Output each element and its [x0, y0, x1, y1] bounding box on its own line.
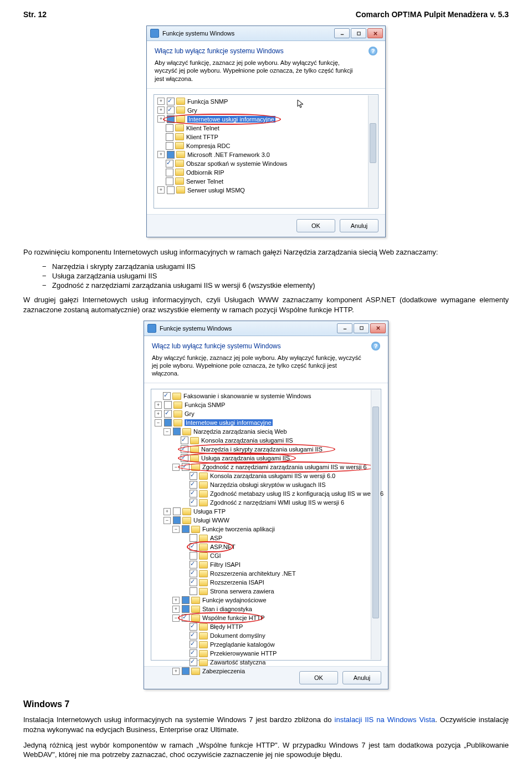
tree-item[interactable]: Narzędzia i skrypty zarządzania usługami… — [152, 445, 380, 454]
checkbox[interactable] — [190, 552, 197, 560]
checkbox[interactable] — [173, 428, 181, 435]
expand-toggle[interactable] — [172, 446, 178, 453]
titlebar[interactable]: Funkcje systemu Windows — [144, 321, 388, 336]
expand-toggle[interactable]: + — [172, 606, 180, 613]
checkbox[interactable] — [164, 419, 172, 426]
checkbox[interactable] — [190, 578, 197, 586]
expand-toggle[interactable] — [155, 393, 161, 399]
tree-item[interactable]: +Funkcja SNMP — [155, 97, 377, 106]
feature-tree[interactable]: +Funkcja SNMP+Gry+Internetowe usługi inf… — [154, 94, 378, 209]
checkbox[interactable] — [190, 649, 197, 657]
expand-toggle[interactable]: + — [172, 597, 180, 604]
checkbox[interactable] — [182, 614, 190, 622]
expand-toggle[interactable] — [172, 438, 178, 444]
checkbox[interactable] — [190, 472, 197, 480]
checkbox[interactable] — [190, 481, 197, 489]
expand-toggle[interactable]: + — [155, 410, 162, 418]
checkbox[interactable] — [181, 445, 188, 453]
tree-item[interactable]: Serwer Telnet — [155, 177, 377, 186]
tree-item[interactable]: +Gry — [152, 409, 380, 418]
expand-toggle[interactable] — [181, 562, 187, 568]
tree-item[interactable]: Konsola zarządzania usługami IIS — [152, 436, 380, 445]
expand-toggle[interactable] — [181, 491, 187, 497]
checkbox[interactable] — [190, 641, 197, 648]
tree-item[interactable]: +Funkcje wydajnościowe — [152, 596, 380, 605]
tree-item[interactable]: Usługa zarządzania usługami IIS — [152, 454, 380, 463]
checkbox[interactable] — [182, 463, 190, 471]
tree-item[interactable]: +Stan i diagnostyka — [152, 605, 380, 613]
tree-item[interactable]: Narzędzia obsługi skryptów w usługach II… — [152, 480, 380, 489]
tree-item[interactable]: Faksowanie i skanowanie w systemie Windo… — [152, 392, 380, 400]
expand-toggle[interactable]: − — [172, 526, 180, 533]
tree-item[interactable]: +Microsoft .NET Framework 3.0 — [155, 150, 377, 159]
checkbox[interactable] — [166, 142, 173, 150]
checkbox[interactable] — [181, 436, 188, 444]
checkbox[interactable] — [167, 151, 175, 159]
checkbox[interactable] — [190, 499, 197, 506]
expand-toggle[interactable] — [181, 659, 187, 666]
checkbox[interactable] — [190, 490, 197, 497]
checkbox[interactable] — [182, 605, 190, 613]
tree-item[interactable]: Zawartość statyczna — [152, 658, 380, 667]
tree-item[interactable]: +Gry — [155, 106, 377, 115]
expand-toggle[interactable] — [157, 134, 163, 140]
expand-toggle[interactable]: + — [157, 151, 165, 158]
help-icon[interactable]: ? — [371, 342, 380, 351]
tree-item[interactable]: Błędy HTTP — [152, 622, 380, 631]
checkbox[interactable] — [166, 177, 173, 185]
checkbox[interactable] — [163, 392, 171, 400]
checkbox[interactable] — [167, 106, 175, 114]
expand-toggle[interactable] — [181, 580, 187, 586]
expand-toggle[interactable]: + — [157, 186, 165, 194]
tree-item[interactable]: −Funkcje tworzenia aplikacji — [152, 525, 380, 534]
expand-toggle[interactable] — [181, 624, 187, 630]
link-iis-vista[interactable]: instalacji IIS na Windows Vista — [335, 715, 436, 724]
expand-toggle[interactable]: + — [157, 115, 165, 123]
tree-item[interactable]: Dokument domyślny — [152, 631, 380, 640]
tree-item[interactable]: ASP — [152, 534, 380, 542]
close-button[interactable] — [370, 323, 386, 333]
checkbox[interactable] — [166, 160, 173, 167]
checkbox[interactable] — [164, 410, 172, 418]
checkbox[interactable] — [182, 667, 190, 675]
tree-item[interactable]: −Zgodność z narzędziami zarządzania usłu… — [152, 463, 380, 471]
tree-item[interactable]: Przekierowywanie HTTP — [152, 649, 380, 658]
tree-item[interactable]: −Usługi WWW — [152, 516, 380, 525]
tree-item[interactable]: Rozszerzenia ISAPI — [152, 578, 380, 587]
checkbox[interactable] — [166, 133, 173, 141]
expand-toggle[interactable] — [172, 455, 178, 461]
checkbox[interactable] — [182, 596, 190, 604]
tree-item[interactable]: Klient TFTP — [155, 133, 377, 141]
expand-toggle[interactable] — [157, 160, 163, 166]
expand-toggle[interactable] — [181, 473, 187, 479]
expand-toggle[interactable]: − — [172, 615, 180, 622]
expand-toggle[interactable] — [181, 482, 187, 488]
checkbox[interactable] — [173, 516, 181, 524]
expand-toggle[interactable] — [181, 651, 187, 657]
cancel-button[interactable]: Anuluj — [340, 219, 378, 232]
checkbox[interactable] — [167, 115, 175, 123]
expand-toggle[interactable]: + — [157, 98, 165, 105]
close-button[interactable] — [367, 28, 383, 38]
expand-toggle[interactable]: + — [172, 668, 180, 675]
tree-item[interactable]: Obszar spotkań w systemie Windows — [155, 159, 377, 168]
tree-item[interactable]: +Funkcja SNMP — [152, 400, 380, 409]
expand-toggle[interactable] — [157, 143, 163, 149]
maximize-button[interactable] — [354, 323, 369, 333]
tree-item[interactable]: +Serwer usługi MSMQ — [155, 186, 377, 195]
tree-item[interactable]: Strona serwera zawiera — [152, 587, 380, 596]
minimize-button[interactable] — [337, 323, 352, 333]
checkbox[interactable] — [166, 124, 173, 132]
checkbox[interactable] — [190, 534, 197, 542]
tree-item[interactable]: CGI — [152, 551, 380, 560]
tree-item[interactable]: Zgodność z narzędziami WMI usług IIS w w… — [152, 498, 380, 507]
checkbox[interactable] — [190, 543, 197, 551]
tree-item[interactable]: ASP.NET — [152, 542, 380, 551]
tree-item[interactable]: +Internetowe usługi informacyjne — [155, 115, 377, 124]
scrollbar[interactable] — [368, 95, 377, 207]
ok-button[interactable]: OK — [296, 219, 335, 232]
expand-toggle[interactable] — [181, 535, 187, 541]
expand-toggle[interactable]: − — [163, 517, 171, 524]
minimize-button[interactable] — [334, 28, 350, 38]
expand-toggle[interactable] — [157, 178, 163, 184]
